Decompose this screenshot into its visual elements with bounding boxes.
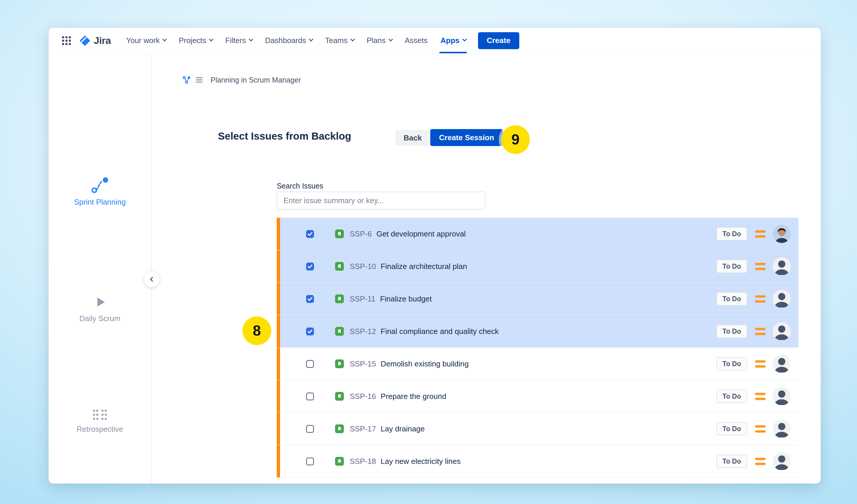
status-badge: To Do <box>717 325 747 338</box>
nav-item-label: Your work <box>126 36 160 45</box>
nav-item-label: Plans <box>367 36 386 45</box>
issue-row-ssp-11[interactable]: SSP-11 Finalize budget To Do <box>277 283 799 315</box>
issue-checkbox[interactable] <box>306 263 314 271</box>
nav-item-your-work[interactable]: Your work <box>126 28 166 53</box>
photo-avatar <box>773 225 791 243</box>
issue-checkbox[interactable] <box>306 393 314 400</box>
checkmark-icon <box>307 329 313 334</box>
priority-accent-bar <box>277 315 280 347</box>
story-type-icon <box>335 262 344 271</box>
assignee-avatar[interactable] <box>773 355 791 373</box>
chevron-down-icon <box>309 37 314 41</box>
issue-key: SSP-12 <box>350 327 376 336</box>
issue-row-ssp-17[interactable]: SSP-17 Lay drainage To Do <box>277 413 799 445</box>
checkmark-icon <box>307 296 313 302</box>
priority-medium-icon <box>755 295 766 302</box>
create-button[interactable]: Create <box>478 32 519 49</box>
assignee-avatar[interactable] <box>773 322 791 341</box>
priority-medium-icon <box>755 393 766 400</box>
back-button[interactable]: Back <box>396 130 430 146</box>
scrum-manager-app-icon <box>182 75 191 85</box>
issue-checkbox[interactable] <box>306 328 314 335</box>
story-type-icon <box>335 294 344 303</box>
issue-row-ssp-6[interactable]: SSP-6 Get development approval To Do <box>277 218 799 250</box>
issue-row-ssp-16[interactable]: SSP-16 Prepare the ground To Do <box>277 380 799 413</box>
assignee-avatar[interactable] <box>773 257 791 275</box>
priority-accent-bar <box>277 380 280 412</box>
default-avatar-icon <box>773 420 791 438</box>
assignee-avatar[interactable] <box>773 420 791 438</box>
priority-medium-icon <box>755 230 766 238</box>
story-type-icon <box>335 229 344 238</box>
status-badge: To Do <box>717 227 747 241</box>
story-type-icon <box>335 360 344 368</box>
chevron-down-icon <box>388 37 393 41</box>
nav-item-teams[interactable]: Teams <box>325 28 354 53</box>
priority-accent-bar <box>277 348 280 380</box>
nav-item-assets[interactable]: Assets <box>405 28 427 53</box>
search-label: Search Issues <box>277 182 323 190</box>
issue-checkbox[interactable] <box>306 425 314 433</box>
assignee-avatar[interactable] <box>773 387 791 405</box>
sprint-planning-route-icon <box>90 176 109 193</box>
nav-item-label: Filters <box>225 36 246 45</box>
nav-item-plans[interactable]: Plans <box>367 28 392 53</box>
issue-checkbox[interactable] <box>306 230 314 238</box>
status-badge: To Do <box>717 357 747 370</box>
status-badge: To Do <box>717 292 747 306</box>
nav-item-dashboards[interactable]: Dashboards <box>265 28 312 53</box>
issue-summary: Demolish existing building <box>381 360 469 368</box>
jira-logo-icon <box>79 34 91 47</box>
default-avatar-icon <box>773 290 791 308</box>
sidebar-item-label: Sprint Planning <box>49 197 151 207</box>
app-switcher-icon[interactable] <box>62 36 71 46</box>
story-type-icon <box>335 457 344 466</box>
issue-checkbox[interactable] <box>306 295 314 303</box>
issue-row-ssp-10[interactable]: SSP-10 Finalize architectural plan To Do <box>277 250 799 283</box>
issue-checkbox[interactable] <box>306 457 314 465</box>
main-content: Planning in Scrum Manager Select Issues … <box>152 54 821 484</box>
priority-medium-icon <box>755 425 766 433</box>
status-badge: To Do <box>717 260 747 273</box>
issue-row-ssp-15[interactable]: SSP-15 Demolish existing building To Do <box>277 348 799 380</box>
sidebar-item-label: Daily Scrum <box>49 314 151 323</box>
nav-item-label: Projects <box>179 36 206 45</box>
issue-summary: Lay drainage <box>381 424 425 433</box>
assignee-avatar[interactable] <box>773 225 791 243</box>
collapse-sidebar-button[interactable] <box>144 271 160 288</box>
sidebar-item-retrospective[interactable]: Retrospective <box>49 409 151 434</box>
create-session-button[interactable]: Create Session <box>430 129 503 146</box>
nav-item-label: Dashboards <box>265 36 306 45</box>
nav-menu: Your work Projects Filters Dashboards Te… <box>126 28 466 53</box>
priority-accent-bar <box>277 445 280 477</box>
issue-row-ssp-12[interactable]: SSP-12 Final compliance and quality chec… <box>277 315 799 348</box>
nav-item-projects[interactable]: Projects <box>179 28 212 53</box>
issue-key: SSP-17 <box>350 424 376 433</box>
default-avatar-icon <box>773 322 791 341</box>
chevron-down-icon <box>350 37 355 41</box>
issue-key: SSP-6 <box>350 229 372 239</box>
annotation-step-badge-8: 8 <box>242 316 271 345</box>
breadcrumb-label: Planning in Scrum Manager <box>211 76 301 84</box>
issue-list: SSP-6 Get development approval To Do <box>277 218 799 477</box>
chevron-down-icon <box>162 37 167 41</box>
priority-medium-icon <box>755 263 766 270</box>
status-badge: To Do <box>717 422 747 435</box>
issue-checkbox[interactable] <box>306 360 314 368</box>
sidebar-item-daily-scrum[interactable]: Daily Scrum <box>49 294 151 323</box>
issue-row-ssp-18[interactable]: SSP-18 Lay new electricity lines To Do <box>277 445 799 477</box>
chevron-down-icon <box>209 37 214 41</box>
issue-key: SSP-15 <box>350 360 376 368</box>
nav-item-apps[interactable]: Apps <box>440 28 466 53</box>
search-input[interactable] <box>277 192 485 210</box>
sidebar: Sprint Planning Daily Scrum Retrospectiv… <box>49 54 152 484</box>
nav-item-filters[interactable]: Filters <box>225 28 252 53</box>
sidebar-item-sprint-planning[interactable]: Sprint Planning <box>49 176 151 207</box>
jira-logo[interactable]: Jira <box>79 34 111 47</box>
breadcrumb[interactable]: Planning in Scrum Manager <box>182 75 301 85</box>
assignee-avatar[interactable] <box>773 452 791 470</box>
assignee-avatar[interactable] <box>773 290 791 308</box>
sidebar-item-label: Retrospective <box>49 425 151 434</box>
checkmark-icon <box>307 264 313 269</box>
top-navigation: Jira Your work Projects Filters Dashboar… <box>49 28 821 54</box>
